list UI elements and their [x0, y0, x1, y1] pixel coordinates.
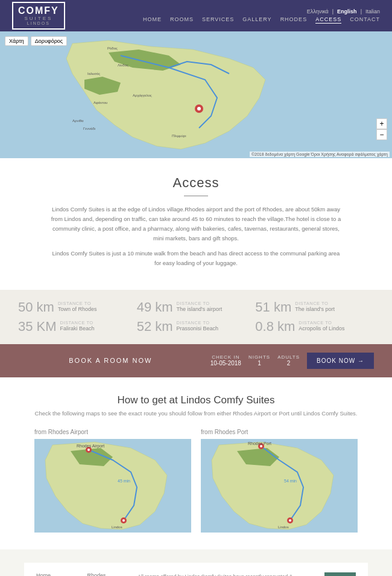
- access-title: Access: [48, 175, 344, 191]
- dist-name-3: The island's port: [295, 306, 335, 312]
- map-view-btn[interactable]: Χάρτη: [5, 36, 28, 46]
- dist-label-5: Distance to: [177, 320, 219, 325]
- nav-rooms[interactable]: ROOMS: [170, 16, 194, 24]
- port-map-image: Rhodes Port Lindos 54 min: [201, 439, 358, 533]
- svg-text:Πλιμμύρι: Πλιμμύρι: [172, 134, 186, 138]
- nav-services[interactable]: SERVICES: [202, 16, 234, 24]
- distances-grid: 50 km Distance to Town of Rhodes 49 km D…: [18, 301, 374, 333]
- svg-text:Ρόδος: Ρόδος: [107, 46, 118, 50]
- logo-lindos: LINDOS: [18, 21, 59, 26]
- satellite-view-btn[interactable]: Δορυφόρος: [31, 36, 67, 46]
- how-desc: Check the following maps to see the exac…: [24, 410, 368, 417]
- nav-gallery[interactable]: GALLERY: [242, 16, 271, 24]
- svg-text:Αρνίθα: Αρνίθα: [72, 119, 84, 123]
- footer-inner: Home Accommodation Services Gallery Rhod…: [24, 563, 368, 576]
- adults-label: Adults: [277, 354, 300, 360]
- svg-text:Ιαλυσός: Ιαλυσός: [87, 72, 100, 75]
- adults-field: Adults 2: [277, 354, 300, 366]
- map-controls: Χάρτη Δορυφόρος: [5, 36, 67, 46]
- dist-item-4: 35 KM Distance to Faliraki Beach: [18, 320, 137, 333]
- nights-label: Nights: [248, 354, 270, 360]
- dist-item-6: 0.8 km Distance to Acropolis of Lindos: [255, 320, 374, 333]
- dist-km-6: 0.8 km: [255, 320, 295, 333]
- dist-name-2: The island's airport: [177, 306, 223, 312]
- header-right: Ελληνικά | English | Italian HOME ROOMS …: [143, 8, 380, 24]
- footer-links: Home Accommodation Services Gallery Rhod…: [36, 572, 106, 576]
- svg-text:Lindos: Lindos: [112, 525, 122, 529]
- dist-label-6: Distance to: [299, 320, 344, 325]
- logo-suites: SUITES: [18, 16, 59, 22]
- svg-point-13: [87, 449, 90, 451]
- access-title-underline: [184, 196, 208, 196]
- svg-text:Lindos: Lindos: [278, 525, 289, 529]
- lang-greek[interactable]: Ελληνικά: [307, 8, 329, 14]
- checkin-val[interactable]: 10-05-2018: [210, 360, 241, 366]
- dist-label-3: Distance to: [295, 301, 335, 306]
- dist-item-2: 49 km Distance to The island's airport: [137, 301, 256, 314]
- dist-info-1: Distance to Town of Rhodes: [58, 301, 97, 312]
- dist-name-5: Prassonisi Beach: [177, 325, 219, 331]
- nights-field: Nights 1: [248, 354, 270, 366]
- nav-access[interactable]: ACCESS: [315, 16, 341, 24]
- svg-point-15: [122, 519, 125, 522]
- footer-content: Home Accommodation Services Gallery Rhod…: [0, 549, 392, 576]
- lang-sep2: |: [361, 8, 362, 14]
- dist-km-4: 35 KM: [18, 320, 57, 333]
- dist-name-4: Faliraki Beach: [60, 325, 95, 331]
- nights-val[interactable]: 1: [258, 360, 261, 366]
- booking-bar: BOOK A ROOM NOW Check In 10-05-2018 Nigh…: [0, 344, 392, 377]
- nav-contact[interactable]: CONTACT: [350, 16, 380, 24]
- dist-name-1: Town of Rhodes: [58, 306, 97, 312]
- nav-rhodes[interactable]: RHODES: [280, 16, 308, 24]
- upliving-logo: UP LIVING: [324, 572, 356, 576]
- svg-text:Rhodes Airport: Rhodes Airport: [77, 444, 104, 449]
- dist-info-6: Distance to Acropolis of Lindos: [299, 320, 344, 331]
- svg-text:Γεννάδι: Γεννάδι: [83, 127, 96, 130]
- dist-info-2: Distance to The island's airport: [177, 301, 223, 312]
- lang-italian[interactable]: Italian: [365, 8, 380, 14]
- distances-section: 50 km Distance to Town of Rhodes 49 km D…: [0, 290, 392, 344]
- dist-label-1: Distance to: [58, 301, 97, 306]
- dist-label-4: Distance to: [60, 320, 95, 325]
- svg-text:45 min: 45 min: [118, 479, 130, 483]
- footer-link-home[interactable]: Home: [36, 572, 75, 576]
- dist-item-1: 50 km Distance to Town of Rhodes: [18, 301, 137, 314]
- map-credit: ©2018 δεδομένα χάρτη Google Όροι Χρήσης …: [250, 152, 390, 157]
- language-bar: Ελληνικά | English | Italian: [307, 8, 380, 14]
- logo[interactable]: COMFY SUITES LINDOS: [12, 2, 65, 30]
- route-maps-row: from Rhodes Airport Rhodes Airport Lindo…: [24, 429, 368, 533]
- dist-km-2: 49 km: [137, 301, 173, 314]
- access-desc1: Lindos Comfy Suites is at the edge of Li…: [48, 205, 344, 244]
- map-zoom: + −: [376, 118, 387, 140]
- checkin-field: Check In 10-05-2018: [210, 354, 241, 366]
- access-desc2: Lindos Comfy Suites is just a 10 minute …: [48, 249, 344, 268]
- adults-val[interactable]: 2: [287, 360, 291, 366]
- zoom-in-btn[interactable]: +: [376, 118, 387, 129]
- svg-text:Rhodes Port: Rhodes Port: [248, 441, 271, 446]
- port-map-title: from Rhodes Port: [201, 429, 358, 435]
- dist-km-5: 52 km: [137, 320, 173, 333]
- svg-text:Αρχάγγελος: Αρχάγγελος: [133, 94, 152, 97]
- dist-item-3: 51 km Distance to The island's port: [255, 301, 374, 314]
- book-now-button[interactable]: BOOK NOW →: [307, 353, 374, 369]
- header: COMFY SUITES LINDOS Ελληνικά | English |…: [0, 0, 392, 31]
- dist-item-5: 52 km Distance to Prassonisi Beach: [137, 320, 256, 333]
- how-title: How to get at Lindos Comfy Suites: [24, 394, 368, 406]
- checkin-label: Check In: [212, 354, 239, 360]
- nav-home[interactable]: HOME: [143, 16, 162, 24]
- lang-english[interactable]: English: [337, 8, 357, 14]
- footer-text: All rooms offered by Lindos Comfy Suites…: [118, 572, 312, 576]
- book-label: BOOK A ROOM NOW: [18, 357, 203, 364]
- dist-info-3: Distance to The island's port: [295, 301, 335, 312]
- dist-name-6: Acropolis of Lindos: [299, 325, 344, 331]
- airport-map-card: from Rhodes Airport Rhodes Airport Lindo…: [34, 429, 191, 533]
- dist-label-2: Distance to: [177, 301, 223, 306]
- dist-info-4: Distance to Faliraki Beach: [60, 320, 95, 331]
- dist-info-5: Distance to Prassonisi Beach: [177, 320, 219, 331]
- zoom-out-btn[interactable]: −: [376, 129, 387, 140]
- svg-text:Αφάντου: Αφάντου: [93, 101, 107, 104]
- port-map-card: from Rhodes Port Rhodes Port Lindos 54 m…: [201, 429, 358, 533]
- airport-map-image: Rhodes Airport Lindos 45 min: [34, 439, 191, 533]
- footer-link-rhodes[interactable]: Rhodes: [87, 572, 106, 576]
- svg-text:54 min: 54 min: [284, 479, 297, 483]
